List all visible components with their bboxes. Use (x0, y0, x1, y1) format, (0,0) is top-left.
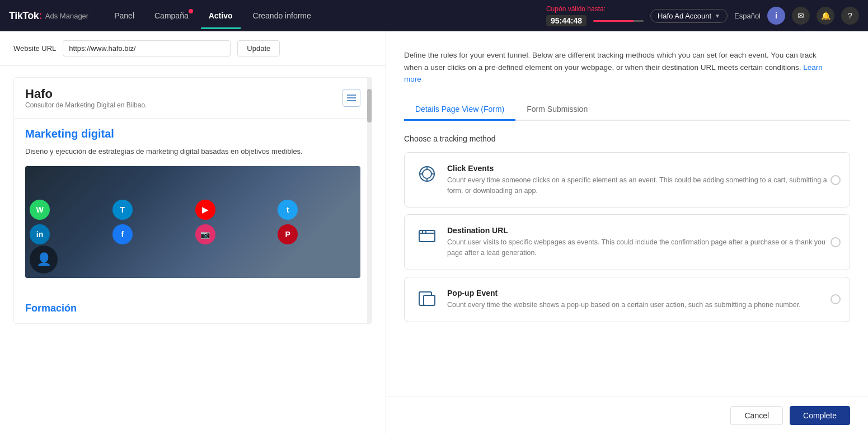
coupon-timer: 95:44:48 (546, 15, 587, 26)
svg-rect-11 (424, 295, 435, 305)
facebook-icon: f (112, 224, 133, 244)
youtube-icon: ▶ (195, 200, 215, 220)
pinterest-icon: P (278, 224, 298, 244)
person-silhouette: 👤 (30, 246, 58, 273)
preview-section-1-text: Diseño y ejecución de estrategias de mar… (25, 146, 360, 157)
complete-button[interactable]: Complete (790, 406, 850, 425)
logo-dot: : (39, 10, 42, 21)
hamburger-line-1 (347, 95, 356, 96)
hamburger-icon[interactable] (342, 89, 360, 107)
left-panel: Website URL Update Hafo Consultor de Mar… (0, 31, 386, 434)
tab-details-page-view[interactable]: Details Page View (Form) (404, 99, 515, 121)
popup-event-radio[interactable] (831, 294, 841, 304)
nav-activo[interactable]: Activo (201, 8, 241, 23)
destination-url-radio[interactable] (831, 237, 841, 247)
website-preview: Hafo Consultor de Marketing Digital en B… (0, 66, 386, 335)
popup-event-info: Pop-up Event Count every time the websit… (447, 289, 838, 310)
twitter-icon: t (278, 200, 298, 220)
preview-wrapper: Hafo Consultor de Marketing Digital en B… (13, 77, 372, 324)
preview-image-overlay: W T ▶ t in f 📷 P (25, 166, 360, 278)
right-panel: Define the rules for your event funnel. … (386, 31, 868, 434)
telegram-icon: T (112, 200, 133, 220)
svg-rect-6 (419, 230, 435, 242)
tracking-card-click-events[interactable]: Click Events Count every time someone cl… (404, 152, 850, 208)
click-events-info: Click Events Count every time someone cl… (447, 164, 838, 196)
preview-site-name: Hafo (25, 87, 147, 101)
instagram-icon: 📷 (195, 224, 215, 244)
popup-event-desc: Count every time the website shows a pop… (447, 300, 838, 310)
description-text: Define the rules for your event funnel. … (404, 49, 829, 86)
tab-form-submission[interactable]: Form Submission (515, 99, 599, 121)
nav-badge (189, 9, 193, 13)
avatar[interactable]: i (767, 7, 785, 25)
logo-ads-manager: Ads Manager (45, 12, 88, 20)
preview-site-info: Hafo Consultor de Marketing Digital en B… (25, 87, 147, 109)
nav-campana[interactable]: Campaña (147, 8, 196, 23)
update-button[interactable]: Update (237, 40, 280, 56)
scroll-bar[interactable] (367, 78, 372, 323)
nav-items: Panel Campaña Activo Creando informe (106, 8, 546, 23)
destination-url-desc: Count user visits to specific webpages a… (447, 237, 838, 258)
destination-url-title: Destination URL (447, 226, 838, 235)
hamburger-line-3 (347, 100, 356, 101)
help-icon[interactable]: ? (841, 7, 859, 25)
url-input[interactable] (63, 40, 231, 56)
preview-header: Hafo Consultor de Marketing Digital en B… (14, 78, 372, 119)
preview-section-1-title: Marketing digital (25, 128, 360, 140)
nav-panel[interactable]: Panel (106, 8, 142, 23)
preview-section-1: Marketing digital Diseño y ejecución de … (14, 119, 372, 287)
cancel-button[interactable]: Cancel (730, 406, 783, 425)
tabs-row: Details Page View (Form) Form Submission (404, 99, 850, 121)
coupon-group: Cupón válido hasta: 95:44:48 (546, 5, 644, 26)
tracking-card-destination-url[interactable]: Destination URL Count user visits to spe… (404, 214, 850, 270)
click-events-desc: Count every time someone clicks on a spe… (447, 175, 838, 196)
preview-section-2-title: Formación (25, 303, 360, 314)
click-events-radio[interactable] (831, 175, 841, 185)
account-name: Hafo Ad Account (658, 12, 711, 20)
popup-event-icon (416, 289, 438, 308)
logo[interactable]: TikTok: Ads Manager (9, 10, 88, 22)
messages-icon[interactable]: ✉ (792, 7, 810, 25)
coupon-progress-bar (593, 20, 644, 22)
destination-url-info: Destination URL Count user visits to spe… (447, 226, 838, 258)
preview-site-tagline: Consultor de Marketing Digital en Bilbao… (25, 101, 147, 109)
url-bar: Website URL Update (0, 31, 386, 66)
scroll-thumb (367, 89, 372, 122)
popup-event-title: Pop-up Event (447, 289, 838, 298)
preview-section-2: Formación (14, 287, 372, 323)
logo-tiktok-text: TikTok: (9, 10, 42, 22)
whatsapp-icon: W (30, 200, 50, 220)
coupon-label: Cupón válido hasta: (546, 5, 606, 13)
bottom-bar: Cancel Complete (386, 397, 868, 434)
svg-point-1 (423, 169, 431, 178)
click-events-title: Click Events (447, 164, 838, 173)
coupon-row: 95:44:48 (546, 15, 644, 26)
main-container: Website URL Update Hafo Consultor de Mar… (0, 31, 868, 434)
tracking-section-label: Choose a tracking method (404, 134, 850, 143)
hamburger-line-2 (347, 97, 356, 98)
nav-right: Cupón válido hasta: 95:44:48 Hafo Ad Acc… (546, 5, 859, 26)
linkedin-icon: in (30, 224, 50, 244)
url-label: Website URL (13, 44, 56, 53)
top-navigation: TikTok: Ads Manager Panel Campaña Activo… (0, 0, 868, 31)
language-selector[interactable]: Español (734, 12, 761, 20)
click-events-icon (416, 164, 438, 183)
account-selector[interactable]: Hafo Ad Account ▼ (650, 9, 728, 23)
tracking-card-popup-event[interactable]: Pop-up Event Count every time the websit… (404, 277, 850, 322)
nav-creando-informe[interactable]: Creando informe (245, 8, 319, 23)
person-icon: 👤 (36, 252, 51, 267)
preview-image: W T ▶ t in f 📷 P (25, 166, 360, 278)
chevron-down-icon: ▼ (715, 13, 720, 19)
preview-content: Hafo Consultor de Marketing Digital en B… (14, 78, 372, 323)
social-icons-grid: W T ▶ t in f 📷 P (25, 195, 360, 249)
destination-url-icon (416, 226, 438, 245)
notifications-icon[interactable]: 🔔 (817, 7, 834, 25)
